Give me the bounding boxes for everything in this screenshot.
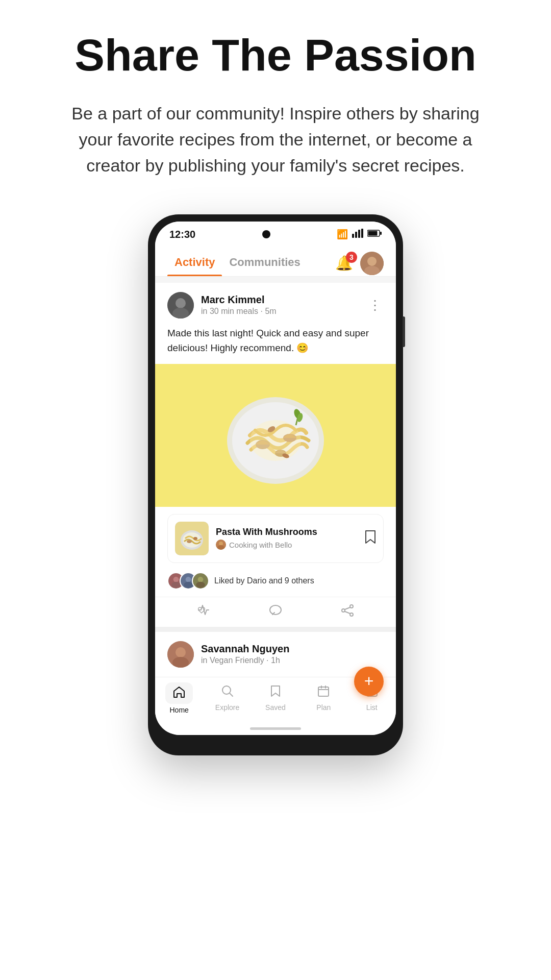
more-options-button[interactable]: ⋮ <box>366 299 384 312</box>
nav-saved-label: Saved <box>265 703 286 712</box>
svg-rect-2 <box>358 230 360 238</box>
svg-point-43 <box>342 609 345 612</box>
signal-icon <box>352 229 363 240</box>
post-image <box>155 364 396 507</box>
phone-screen: 12:30 📶 <box>155 222 396 735</box>
svg-point-33 <box>173 577 179 582</box>
svg-point-8 <box>367 257 377 266</box>
svg-point-44 <box>350 613 353 616</box>
wifi-icon: 📶 <box>337 229 348 240</box>
explore-icon <box>221 684 234 701</box>
second-post-location-time: in Vegan Friendly · 1h <box>201 656 384 665</box>
section-divider <box>155 627 396 632</box>
like-button[interactable] <box>196 603 211 618</box>
svg-rect-6 <box>380 232 382 235</box>
nav-home[interactable]: Home <box>161 682 197 714</box>
svg-point-30 <box>219 542 223 546</box>
second-post-avatar[interactable] <box>167 641 194 668</box>
svg-point-12 <box>172 308 189 318</box>
bookmark-button[interactable] <box>365 530 376 547</box>
nav-list-label: List <box>366 703 378 712</box>
nav-saved[interactable]: Saved <box>258 684 293 712</box>
plan-icon <box>317 684 330 701</box>
status-time: 12:30 <box>169 229 195 240</box>
svg-rect-5 <box>368 231 378 235</box>
action-bar <box>155 597 396 627</box>
status-bar: 12:30 📶 <box>155 222 396 244</box>
svg-line-51 <box>230 693 233 696</box>
user-avatar[interactable] <box>360 252 384 275</box>
avatar-stack <box>167 572 209 590</box>
post-text: Made this last night! Quick and easy and… <box>155 324 396 364</box>
likes-text: Liked by Dario and 9 others <box>214 576 314 585</box>
svg-point-11 <box>176 298 186 308</box>
fab-button[interactable]: + <box>354 667 384 696</box>
svg-point-18 <box>250 420 301 461</box>
recipe-author-row: Cooking with Bello <box>216 540 358 550</box>
post-author-avatar[interactable] <box>167 292 194 318</box>
post-author-name: Marc Kimmel <box>201 294 359 306</box>
liker-avatar-3 <box>192 572 209 590</box>
second-post-meta: Savannah Nguyen in Vegan Friendly · 1h <box>201 643 384 665</box>
svg-point-37 <box>184 581 193 587</box>
page-title: Share The Passion <box>74 31 476 80</box>
notification-badge: 3 <box>346 252 357 263</box>
tab-activity[interactable]: Activity <box>167 251 222 276</box>
nav-explore[interactable]: Explore <box>210 684 245 712</box>
svg-point-42 <box>350 605 353 608</box>
svg-point-27 <box>187 540 192 543</box>
recipe-author-name: Cooking with Bello <box>229 541 292 549</box>
recipe-title: Pasta With Mushrooms <box>216 527 358 537</box>
svg-rect-52 <box>318 687 329 696</box>
post-meta: Marc Kimmel in 30 min meals · 5m <box>201 294 359 316</box>
comment-button[interactable] <box>268 603 283 618</box>
share-button[interactable] <box>340 603 355 618</box>
camera-dot <box>262 230 270 238</box>
nav-tabs: Activity Communities 🔔 3 <box>155 244 396 277</box>
nav-right: 🔔 3 <box>335 252 384 275</box>
svg-point-41 <box>270 605 281 615</box>
svg-line-46 <box>345 611 350 614</box>
svg-rect-0 <box>352 234 354 238</box>
svg-point-39 <box>198 577 204 582</box>
status-icons: 📶 <box>337 229 382 240</box>
svg-point-34 <box>171 581 181 587</box>
page-subtitle: Be a part of our community! Inspire othe… <box>66 101 485 179</box>
likes-row: Liked by Dario and 9 others <box>155 570 396 597</box>
nav-plan-label: Plan <box>316 703 331 712</box>
recipe-info: Pasta With Mushrooms Cooking with Bello <box>216 527 358 550</box>
power-button <box>403 316 405 347</box>
post-card: Marc Kimmel in 30 min meals · 5m ⋮ Made … <box>155 283 396 627</box>
battery-icon <box>367 229 382 240</box>
svg-point-48 <box>176 647 186 657</box>
saved-icon <box>269 684 282 701</box>
home-indicator <box>155 723 396 735</box>
svg-point-28 <box>193 537 197 540</box>
svg-rect-1 <box>355 232 357 238</box>
second-post-author-name: Savannah Nguyen <box>201 643 384 655</box>
svg-point-36 <box>186 577 191 582</box>
svg-point-40 <box>196 581 205 587</box>
recipe-card[interactable]: Pasta With Mushrooms Cooking with Bello <box>167 514 384 563</box>
nav-explore-label: Explore <box>215 703 239 712</box>
nav-home-label: Home <box>170 706 189 714</box>
post-header: Marc Kimmel in 30 min meals · 5m ⋮ <box>155 283 396 324</box>
bell-container[interactable]: 🔔 3 <box>335 255 353 272</box>
svg-point-49 <box>172 657 189 668</box>
home-bar <box>250 727 301 730</box>
recipe-author-avatar <box>216 540 226 550</box>
recipe-thumbnail <box>175 522 209 555</box>
svg-rect-3 <box>361 229 363 238</box>
svg-line-45 <box>345 607 350 609</box>
post-location-time: in 30 min meals · 5m <box>201 307 359 316</box>
phone-mockup: 12:30 📶 <box>148 214 403 755</box>
nav-plan[interactable]: Plan <box>306 684 341 712</box>
tab-communities[interactable]: Communities <box>222 251 307 276</box>
